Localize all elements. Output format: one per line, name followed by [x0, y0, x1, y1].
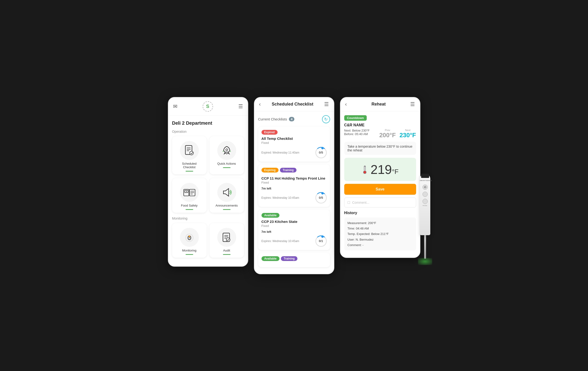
- food-safety-card[interactable]: Food Safety: [172, 178, 207, 213]
- thermo-buttons: ⏻: [420, 185, 430, 204]
- checklist-1-progress: 0/5: [315, 147, 327, 158]
- screen2-title: Scheduled Checklist: [272, 102, 313, 107]
- food-safety-icon-wrap: [180, 183, 199, 202]
- screen2-header: ‹ Scheduled Checklist ☰: [254, 98, 334, 111]
- announcements-underline: [223, 209, 231, 210]
- expiring-badge: Expiring: [262, 168, 279, 173]
- checklist-card-3[interactable]: Available CCP 23 Kitchen State Fixed 7m …: [258, 210, 330, 250]
- screen3-body: Countdown C&R NAME Next: Below 230°F Bef…: [340, 111, 420, 255]
- svg-rect-4: [190, 151, 193, 155]
- svg-line-8: [223, 151, 224, 152]
- checklist-card-1[interactable]: Expired All Temp Checklist Fixed Expired…: [258, 127, 330, 162]
- checklist-2-time-left: 7m left: [262, 187, 327, 190]
- food-safety-underline: [186, 209, 193, 210]
- progress-dot: [321, 147, 324, 149]
- announcements-card[interactable]: Announcements: [210, 178, 244, 213]
- monitoring-card[interactable]: Monitoring: [172, 223, 207, 258]
- current-temp-display: 219 °F: [370, 162, 398, 177]
- history-measurement: Measurement: 200°F: [347, 220, 413, 226]
- rocket-icon: [221, 145, 233, 156]
- scheduled-checklist-underline: [186, 171, 193, 172]
- audit-label: Audit: [212, 249, 241, 252]
- audit-card[interactable]: Audit: [210, 223, 244, 258]
- prev-label: Prev: [379, 129, 396, 131]
- history-user: User: N. Bermudez: [347, 237, 413, 242]
- instruction-box: Take a temperature below 230°F to contin…: [344, 142, 416, 155]
- thermo-tip: [424, 235, 426, 259]
- quick-actions-card[interactable]: Quick Actions: [210, 136, 244, 174]
- checklist-3-progress: 0/1: [315, 235, 327, 247]
- food-safety-icon: [183, 187, 196, 197]
- sensor-icon: [184, 232, 195, 243]
- hamburger-icon[interactable]: ☰: [238, 103, 243, 109]
- checklist-1-bottom: Expired: Wednesday 11:40am 0/5: [262, 147, 327, 158]
- checklist-card-4[interactable]: Available Training: [258, 253, 330, 267]
- scheduled-checklist-label: ScheduledChecklist: [175, 162, 204, 169]
- expired-badge: Expired: [262, 130, 278, 135]
- before-time-label: Before: 05:40 AM: [344, 132, 370, 136]
- screen3-phone: ‹ Reheat ☰ Countdown C&R NAME Next: Belo…: [340, 97, 420, 258]
- checklist-icon: [183, 145, 195, 156]
- checklist-2-type: Fixed: [262, 181, 327, 184]
- prev-temp-value: 200°F: [379, 131, 396, 139]
- svg-point-32: [364, 171, 366, 174]
- badge-row-2: Expiring Training: [262, 168, 327, 174]
- screen2-body: Current Checklists 4 ↻ Expired All Temp …: [254, 111, 334, 274]
- refresh-button[interactable]: ↻: [322, 115, 330, 123]
- training-badge-2: Training: [281, 256, 298, 261]
- thermo-body: SMARTSENSE ⏻ PROBE: [420, 174, 430, 235]
- operation-grid: ScheduledChecklist Quick Actions: [172, 136, 244, 174]
- next-label: Next: [399, 129, 416, 131]
- thermo-brand-top: SMARTSENSE: [420, 180, 430, 181]
- screen3-title: Reheat: [371, 102, 386, 107]
- back-button[interactable]: ‹: [259, 101, 261, 108]
- svg-point-12: [186, 191, 187, 192]
- training-badge-1: Training: [280, 168, 297, 173]
- screen1-phone: ✉ S ☰ Deli 2 Department Operation: [168, 97, 248, 267]
- checklist-3-bottom: Expires: Wednesday 10:45am 0/1: [262, 235, 327, 247]
- screen2-menu-icon[interactable]: ☰: [324, 101, 329, 108]
- progress-dot-2: [321, 192, 324, 195]
- screen3-menu-icon[interactable]: ☰: [410, 101, 415, 108]
- instruction-text: Take a temperature below 230°F to contin…: [347, 145, 413, 152]
- screen3-back-button[interactable]: ‹: [345, 101, 347, 108]
- thermo-brand-bottom: PROBE: [420, 205, 430, 206]
- scheduled-checklist-card[interactable]: ScheduledChecklist: [172, 136, 207, 174]
- screen1-header: ✉ S ☰: [168, 98, 248, 116]
- department-title: Deli 2 Department: [172, 120, 244, 126]
- quick-actions-label: Quick Actions: [212, 162, 241, 165]
- available-badge-1: Available: [262, 213, 279, 218]
- save-button[interactable]: Save: [344, 184, 416, 195]
- checklist-2-time: Expires: Wednesday 10:45am: [262, 196, 299, 199]
- audit-underline: [223, 254, 231, 255]
- screen1-body: Deli 2 Department Operation: [168, 116, 248, 266]
- comment-placeholder: Comment...: [352, 201, 369, 204]
- svg-point-26: [226, 238, 230, 241]
- screen3-container: ‹ Reheat ☰ Countdown C&R NAME Next: Belo…: [340, 97, 420, 258]
- quick-actions-underline: [223, 167, 231, 168]
- history-title: History: [344, 211, 416, 215]
- monitoring-grid: Monitoring: [172, 223, 244, 258]
- monitoring-label-card: Monitoring: [175, 249, 204, 252]
- checklist-3-time-left: 7m left: [262, 230, 327, 234]
- svg-point-20: [189, 237, 190, 238]
- thermo-glow: [418, 258, 432, 265]
- checklist-1-name: All Temp Checklist: [262, 137, 327, 141]
- operation-label: Operation: [172, 130, 244, 133]
- mail-icon[interactable]: ✉: [173, 103, 177, 109]
- sensor-icon-wrap: [180, 228, 199, 247]
- checklist-count-badge: 4: [289, 117, 294, 121]
- current-row: Current Checklists 4 ↻: [258, 115, 330, 123]
- available-badge-2: Available: [262, 256, 279, 261]
- checklist-2-progress: 0/5: [315, 192, 327, 204]
- checklist-3-type: Fixed: [262, 224, 327, 228]
- announcements-label: Announcements: [212, 204, 241, 207]
- btn3: [422, 199, 428, 204]
- checklist-card-2[interactable]: Expiring Training CCP 11 Hot Holding Tem…: [258, 164, 330, 207]
- current-temp-value: 219: [370, 162, 392, 177]
- checklist-3-time: Expires: Wednesday 10:45am: [262, 240, 299, 243]
- badge-row-4: Available Training: [262, 256, 327, 263]
- countdown-badge: Countdown: [344, 115, 367, 121]
- checklist-1-type: Fixed: [262, 141, 327, 145]
- comment-box[interactable]: ☐ Comment...: [344, 197, 416, 207]
